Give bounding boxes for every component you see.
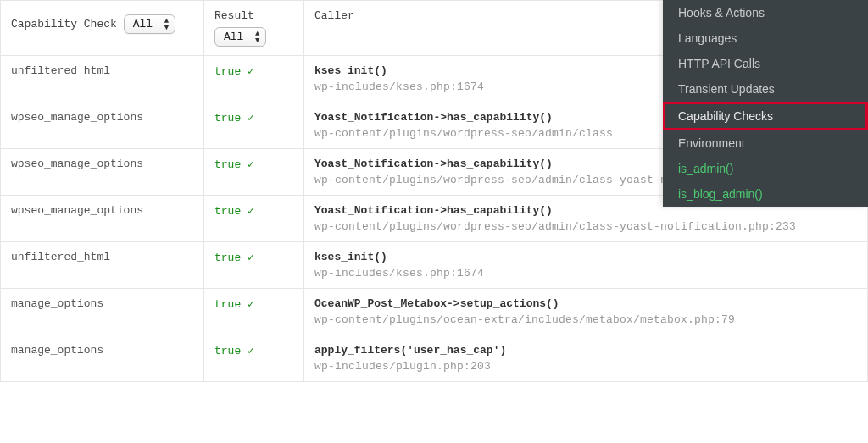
col-header-result-label: Result [214, 9, 254, 22]
result-value: true ✓ [214, 205, 254, 218]
result-cell: true ✓ [204, 242, 304, 289]
capability-name: wpseo_manage_options [11, 111, 143, 124]
table-row: unfiltered_htmltrue ✓kses_init()wp-inclu… [1, 242, 868, 289]
capability-cell: manage_options [1, 335, 204, 382]
caller-path: wp-content/plugins/ocean-extra/includes/… [314, 313, 857, 326]
caller-cell: OceanWP_Post_Metabox->setup_actions()wp-… [304, 289, 868, 335]
caller-function: kses_init() [314, 64, 387, 77]
capability-cell: unfiltered_html [1, 242, 204, 289]
panel-item[interactable]: Environment [663, 130, 868, 156]
caller-function: Yoast_Notification->has_capability() [314, 111, 553, 124]
panel-item[interactable]: Transient Updates [663, 76, 868, 102]
panel-item[interactable]: Hooks & Actions [663, 0, 868, 25]
result-value: true ✓ [214, 112, 254, 125]
result-value: true ✓ [214, 65, 254, 78]
col-header-capability-label: Capability Check [11, 18, 117, 30]
capability-cell: wpseo_manage_options [1, 102, 204, 149]
panel-item-label: Capability Checks [678, 109, 773, 123]
caller-function: kses_init() [314, 251, 387, 263]
capability-name: wpseo_manage_options [11, 158, 143, 170]
panel-item-label: Transient Updates [678, 82, 775, 96]
capability-cell: wpseo_manage_options [1, 196, 204, 242]
caller-path: wp-content/plugins/wordpress-seo/admin/c… [314, 220, 857, 233]
result-cell: true ✓ [204, 196, 304, 242]
result-value: true ✓ [214, 298, 254, 311]
panel-item-label: is_admin() [678, 162, 733, 175]
caller-function: Yoast_Notification->has_capability() [314, 158, 553, 170]
col-header-result: Result All ▲▼ [204, 1, 304, 56]
result-value: true ✓ [214, 252, 254, 264]
result-cell: true ✓ [204, 149, 304, 196]
panel-item[interactable]: Capability Checks [663, 102, 868, 130]
capability-cell: unfiltered_html [1, 56, 204, 102]
result-cell: true ✓ [204, 335, 304, 382]
table-row: manage_optionstrue ✓apply_filters('user_… [1, 335, 868, 382]
capability-name: unfiltered_html [11, 251, 110, 263]
panel-item-label: HTTP API Calls [678, 57, 760, 70]
caller-cell: apply_filters('user_has_cap')wp-includes… [304, 335, 868, 382]
col-header-capability: Capability Check All ▲▼ [1, 1, 204, 56]
capability-name: wpseo_manage_options [11, 204, 143, 217]
caller-cell: kses_init()wp-includes/kses.php:1674 [304, 242, 868, 289]
caller-path: wp-includes/kses.php:1674 [314, 267, 857, 280]
panel-item[interactable]: Languages [663, 25, 868, 51]
capability-name: manage_options [11, 297, 103, 310]
capability-name: unfiltered_html [11, 64, 110, 77]
panel-item[interactable]: HTTP API Calls [663, 51, 868, 76]
panel-item-label: Languages [678, 31, 737, 45]
caller-function: Yoast_Notification->has_capability() [314, 204, 553, 217]
caller-path: wp-includes/plugin.php:203 [314, 360, 857, 373]
capability-cell: wpseo_manage_options [1, 149, 204, 196]
panel-item[interactable]: is_admin() [663, 156, 868, 181]
result-filter-select[interactable]: All [214, 27, 266, 47]
panel-item-label: Hooks & Actions [678, 6, 765, 19]
capability-filter-select[interactable]: All [124, 14, 175, 34]
capability-name: manage_options [11, 344, 103, 357]
caller-function: OceanWP_Post_Metabox->setup_actions() [314, 297, 559, 310]
debug-panel: Hooks & ActionsLanguagesHTTP API CallsTr… [663, 0, 868, 207]
result-cell: true ✓ [204, 102, 304, 149]
caller-function: apply_filters('user_has_cap') [314, 344, 506, 357]
result-value: true ✓ [214, 158, 254, 171]
result-value: true ✓ [214, 345, 254, 357]
table-row: manage_optionstrue ✓OceanWP_Post_Metabox… [1, 289, 868, 335]
panel-item-label: is_blog_admin() [678, 187, 763, 201]
capability-cell: manage_options [1, 289, 204, 335]
col-header-caller-label: Caller [314, 9, 354, 22]
result-cell: true ✓ [204, 289, 304, 335]
panel-item[interactable]: is_blog_admin() [663, 181, 868, 207]
result-cell: true ✓ [204, 56, 304, 102]
panel-item-label: Environment [678, 136, 745, 150]
